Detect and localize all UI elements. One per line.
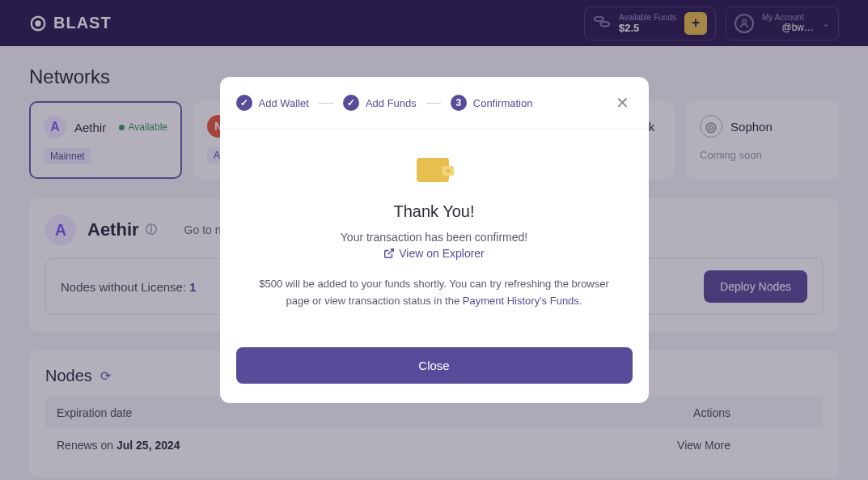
confirmation-modal: ✓Add Wallet ✓Add Funds 3Confirmation ✕ T… [220,77,649,403]
step-check-icon: ✓ [236,95,252,111]
svg-point-7 [446,169,450,173]
step-label: Add Funds [366,97,417,109]
step-divider [426,103,441,104]
confirm-text: Your transaction has been confirmed! [249,231,620,244]
step-divider [319,103,333,104]
step-label: Confirmation [473,97,533,109]
external-link-icon [383,248,395,259]
modal-overlay: ✓Add Wallet ✓Add Funds 3Confirmation ✕ T… [0,0,868,480]
close-button[interactable]: Close [236,347,633,384]
stepper: ✓Add Wallet ✓Add Funds 3Confirmation [236,95,612,111]
desc-text: $500 will be added to your funds shortly… [249,276,620,310]
payment-history-link[interactable]: Payment History's Funds. [463,295,582,307]
step-label: Add Wallet [259,97,309,109]
wallet-icon [414,154,455,186]
close-icon[interactable]: ✕ [612,90,633,116]
view-explorer-link[interactable]: View on Explorer [383,247,485,260]
step-number: 3 [451,95,467,111]
explorer-text: View on Explorer [399,247,485,260]
thank-you-title: Thank You! [249,202,620,221]
step-check-icon: ✓ [343,95,359,111]
